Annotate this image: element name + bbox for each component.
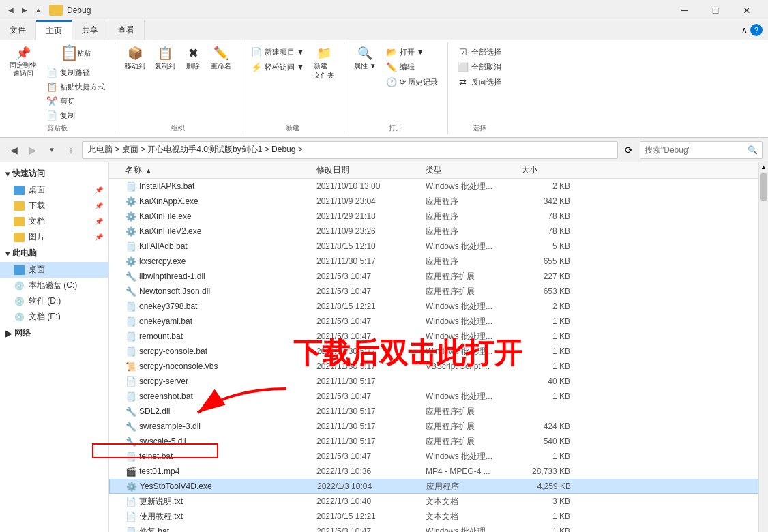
sidebar-item-downloads[interactable]: 下载 📌: [0, 198, 108, 213]
forward-button[interactable]: ▶: [25, 142, 41, 158]
ribbon-tab-view[interactable]: 查看: [108, 20, 145, 40]
history-button[interactable]: 🕐 ⟳ 历史记录: [382, 75, 442, 89]
table-row[interactable]: 📄 scrcpy-server 2021/11/30 5:17 40 KB: [109, 374, 758, 389]
cut-button[interactable]: ✂️ 剪切: [42, 94, 109, 108]
table-row[interactable]: 🗒️ 修复.bat 2021/5/3 10:47 Windows 批处理... …: [109, 524, 758, 532]
edit-button[interactable]: ✏️ 编辑: [382, 60, 442, 74]
table-row[interactable]: 🎬 test01.mp4 2022/1/3 10:36 MP4 - MPEG-4…: [109, 464, 758, 479]
file-type-icon: ⚙️: [125, 256, 136, 267]
sidebar-item-local-c[interactable]: 💿 本地磁盘 (C:): [0, 278, 108, 293]
new-folder-icon: 📁: [316, 45, 332, 61]
search-box[interactable]: 🔍: [640, 141, 763, 159]
easy-access-button[interactable]: ⚡ 轻松访问 ▼: [247, 60, 308, 74]
sidebar-item-desktop2[interactable]: 桌面: [0, 262, 108, 278]
sidebar-item-pictures[interactable]: 图片 📌: [0, 229, 108, 245]
sidebar-item-desktop[interactable]: 桌面 📌: [0, 182, 108, 198]
recent-locations-button[interactable]: ▼: [44, 142, 60, 158]
select-all-button[interactable]: ☑ 全部选择: [454, 45, 505, 59]
invert-selection-button[interactable]: ⇄ 反向选择: [454, 75, 505, 89]
file-size-cell: 1 KB: [521, 391, 576, 401]
copy-to-button[interactable]: 📋 复制到: [151, 42, 179, 74]
title-icon-up[interactable]: ▲: [33, 5, 44, 16]
back-button[interactable]: ◀: [5, 142, 22, 158]
table-row[interactable]: 🔧 libwinpthread-1.dll 2021/5/3 10:47 应用程…: [109, 269, 758, 284]
sidebar-item-drive-d[interactable]: 💿 软件 (D:): [0, 293, 108, 309]
copy-button[interactable]: 📄 复制: [42, 108, 109, 122]
title-icon-forward[interactable]: ▶: [19, 5, 30, 16]
move-to-button[interactable]: 📦 移动到: [121, 42, 149, 74]
paste-shortcut-button[interactable]: 📋 粘贴快捷方式: [42, 80, 109, 93]
history-label: ⟳ 历史记录: [400, 77, 438, 87]
pin-to-quick-access-button[interactable]: 📌 固定到快速访问: [5, 42, 41, 80]
title-icon-back[interactable]: ◀: [5, 5, 16, 16]
file-date-cell: 2021/5/3 10:47: [316, 452, 426, 461]
ribbon-tab-share[interactable]: 共享: [72, 20, 108, 40]
up-button[interactable]: ↑: [63, 142, 79, 158]
sidebar-section-thispc[interactable]: ▾ 此电脑: [0, 245, 108, 262]
file-type-icon: 🗒️: [125, 301, 136, 312]
table-row[interactable]: 🗒️ screenshot.bat 2021/5/3 10:47 Windows…: [109, 389, 758, 404]
table-row[interactable]: ⚙️ YesStbToolV4D.exe 2022/1/3 10:04 应用程序…: [109, 479, 758, 494]
table-row[interactable]: 🔧 swresample-3.dll 2021/11/30 5:17 应用程序扩…: [109, 419, 758, 434]
scroll-up[interactable]: ▲: [759, 162, 769, 172]
table-row[interactable]: 📄 使用教程.txt 2021/8/15 12:21 文本文档 1 KB: [109, 509, 758, 524]
table-row[interactable]: 🗒️ telnet.bat 2021/5/3 10:47 Windows 批处理…: [109, 449, 758, 464]
file-type-icon: ⚙️: [125, 226, 136, 237]
sidebar-section-quickaccess[interactable]: ▾ 快速访问: [0, 165, 108, 182]
properties-button[interactable]: 🔍 属性 ▼: [350, 42, 381, 74]
sidebar-section-network[interactable]: ▶ 网络: [0, 325, 108, 342]
file-type-icon: 🗒️: [125, 331, 136, 342]
select-none-button[interactable]: ⬜ 全部取消: [454, 60, 505, 74]
new-item-button[interactable]: 📄 新建项目 ▼: [247, 45, 308, 59]
table-row[interactable]: ⚙️ KaiXinFileV2.exe 2021/10/9 23:26 应用程序…: [109, 224, 758, 239]
breadcrumb[interactable]: 此电脑 > 桌面 > 开心电视助手4.0测试版by剑心1 > Debug >: [82, 141, 618, 159]
close-button[interactable]: ✕: [731, 0, 763, 20]
ribbon-tab-file[interactable]: 文件: [0, 20, 36, 40]
rename-button[interactable]: ✏️ 重命名: [207, 42, 235, 74]
table-row[interactable]: 🗒️ remount.bat 2021/5/3 10:47 Windows 批处…: [109, 329, 758, 344]
table-row[interactable]: 📜 scrcpy-noconsole.vbs 2021/11/30 5:17 V…: [109, 359, 758, 374]
table-row[interactable]: 🔧 Newtonsoft.Json.dll 2021/5/3 10:47 应用程…: [109, 284, 758, 299]
main-area: ▾ 快速访问 桌面 📌 下载 📌 文档 📌 图片 📌: [0, 162, 768, 532]
sidebar-item-documents[interactable]: 文档 📌: [0, 213, 108, 229]
maximize-button[interactable]: □: [700, 0, 731, 20]
table-row[interactable]: 🗒️ onekey3798.bat 2021/8/15 12:21 Window…: [109, 299, 758, 314]
col-type-header[interactable]: 类型: [426, 164, 521, 176]
ribbon-tab-home[interactable]: 主页: [36, 20, 72, 40]
ribbon-collapse-icon[interactable]: ∧: [741, 25, 748, 35]
select-none-label: 全部取消: [471, 62, 501, 72]
copy-icon: 📄: [46, 110, 57, 121]
file-name-cell: ⚙️ kxscrcpy.exe: [112, 256, 316, 267]
delete-button[interactable]: ✖ 删除: [181, 42, 205, 74]
col-date-header[interactable]: 修改日期: [316, 164, 426, 176]
ribbon-help-icon[interactable]: ?: [750, 24, 763, 36]
title-bar: ◀ ▶ ▲ Debug ─ □ ✕: [0, 0, 768, 20]
new-folder-button[interactable]: 📁 新建文件夹: [310, 42, 338, 83]
table-row[interactable]: 🗒️ KillAllAdb.bat 2021/8/15 12:10 Window…: [109, 239, 758, 254]
search-input[interactable]: [645, 145, 748, 155]
table-row[interactable]: ⚙️ kxscrcpy.exe 2021/11/30 5:17 应用程序 655…: [109, 254, 758, 269]
table-row[interactable]: 🗒️ onekeyaml.bat 2021/5/3 10:47 Windows …: [109, 314, 758, 329]
col-size-header[interactable]: 大小: [521, 164, 576, 176]
copy-path-button[interactable]: 📄 复制路径: [42, 65, 109, 79]
sidebar-item-drive-e[interactable]: 💿 文档 (E:): [0, 309, 108, 325]
refresh-button[interactable]: ⟳: [621, 142, 637, 158]
copy-path-icon: 📄: [46, 67, 57, 78]
file-type-cell: 文本文档: [426, 511, 521, 522]
file-date-cell: 2021/5/3 10:47: [316, 286, 426, 296]
paste-button[interactable]: 📋 粘贴: [42, 42, 109, 64]
table-row[interactable]: 🔧 swscale-5.dll 2021/11/30 5:17 应用程序扩展 5…: [109, 434, 758, 449]
open-button[interactable]: 📂 打开 ▼: [382, 45, 442, 59]
minimize-button[interactable]: ─: [668, 0, 700, 20]
table-row[interactable]: 🗒️ InstallAPKs.bat 2021/10/10 13:00 Wind…: [109, 179, 758, 194]
table-row[interactable]: ⚙️ KaiXinFile.exe 2021/1/29 21:18 应用程序 7…: [109, 209, 758, 224]
table-row[interactable]: ⚙️ KaiXinAppX.exe 2021/10/9 23:04 应用程序 3…: [109, 194, 758, 209]
scrollbar[interactable]: ▲ ▼: [758, 162, 768, 532]
table-row[interactable]: 🗒️ scrcpy-console.bat 2021/11/30 5:17 Wi…: [109, 344, 758, 359]
file-date-cell: 2021/5/3 10:47: [316, 271, 426, 281]
col-name-header[interactable]: 名称 ▲: [112, 164, 316, 176]
scroll-thumb[interactable]: [760, 173, 767, 201]
table-row[interactable]: 🔧 SDL2.dll 2021/11/30 5:17 应用程序扩展: [109, 404, 758, 419]
table-row[interactable]: 📄 更新说明.txt 2022/1/3 10:40 文本文档 3 KB: [109, 494, 758, 509]
title-folder-icon: [49, 5, 63, 16]
